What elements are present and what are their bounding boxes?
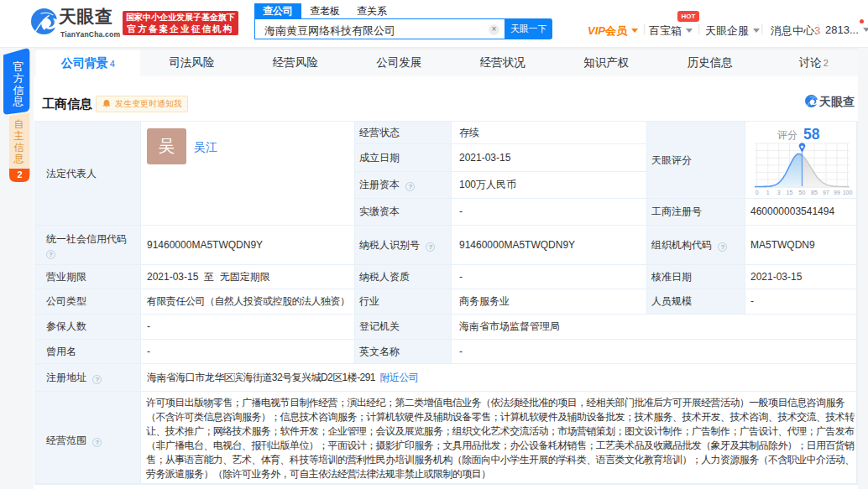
svg-text:0: 0 bbox=[756, 190, 759, 195]
svg-text:100: 100 bbox=[843, 190, 853, 195]
svg-text:99: 99 bbox=[834, 190, 840, 195]
svg-text:58: 58 bbox=[803, 126, 820, 143]
svg-text:97: 97 bbox=[823, 190, 829, 195]
svg-text:15: 15 bbox=[787, 190, 793, 195]
svg-text:评分: 评分 bbox=[777, 129, 797, 141]
svg-text:85: 85 bbox=[811, 190, 818, 195]
svg-text:3: 3 bbox=[777, 190, 781, 195]
svg-text:50: 50 bbox=[799, 190, 806, 195]
svg-text:1: 1 bbox=[766, 190, 770, 195]
